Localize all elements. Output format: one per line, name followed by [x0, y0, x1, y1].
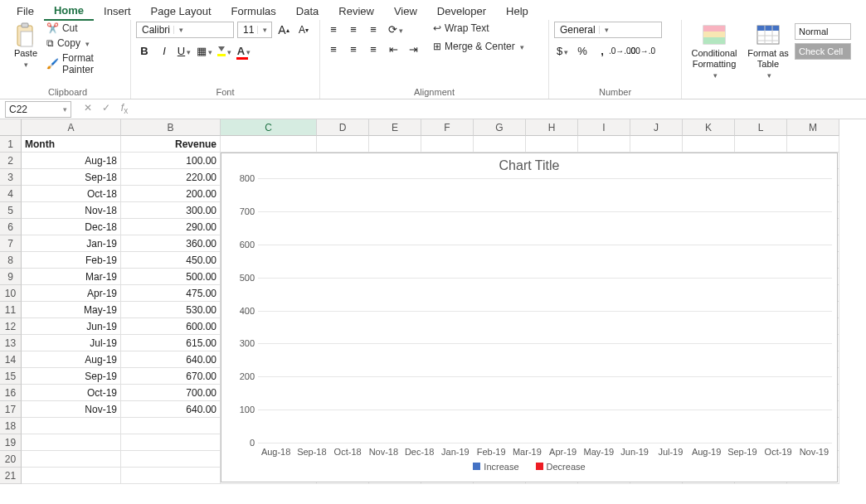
cell-L1[interactable]	[735, 136, 787, 153]
col-header-I[interactable]: I	[578, 119, 630, 136]
cell-A6[interactable]: Dec-18	[22, 219, 121, 235]
indent-icon[interactable]: ⇥	[405, 41, 421, 56]
conditional-formatting-button[interactable]: Conditional Formatting	[687, 22, 742, 81]
select-all-corner[interactable]	[0, 119, 22, 136]
row-header-11[interactable]: 11	[0, 302, 22, 318]
menu-review[interactable]: Review	[328, 2, 384, 20]
cut-button[interactable]: ✂️Cut	[45, 22, 125, 35]
format-painter-button[interactable]: 🖌️Format Painter	[45, 51, 125, 76]
cell-A11[interactable]: May-19	[22, 302, 121, 318]
font-color-icon[interactable]: A	[236, 43, 252, 58]
align-middle-icon[interactable]: ≡	[345, 22, 362, 36]
row-header-20[interactable]: 20	[0, 451, 22, 468]
align-center-icon[interactable]: ≡	[345, 41, 362, 56]
wrap-text-button[interactable]: ↩Wrap Text	[431, 22, 526, 35]
shrink-font-icon[interactable]: A▾	[295, 22, 312, 37]
row-header-7[interactable]: 7	[0, 235, 22, 252]
menu-home[interactable]: Home	[44, 2, 94, 21]
col-header-L[interactable]: L	[735, 119, 787, 136]
italic-icon[interactable]: I	[156, 43, 173, 58]
cell-A12[interactable]: Jun-19	[22, 318, 121, 335]
row-header-4[interactable]: 4	[0, 186, 22, 202]
row-header-10[interactable]: 10	[0, 285, 22, 302]
col-header-G[interactable]: G	[474, 119, 526, 136]
decrease-decimal-icon[interactable]: .00→.0	[634, 43, 650, 58]
row-header-18[interactable]: 18	[0, 418, 22, 434]
col-header-C[interactable]: C	[221, 119, 317, 136]
cell-A7[interactable]: Jan-19	[22, 235, 121, 252]
menu-help[interactable]: Help	[496, 2, 538, 20]
cell-M1[interactable]	[787, 136, 839, 153]
row-header-12[interactable]: 12	[0, 318, 22, 335]
enter-icon[interactable]: ✓	[100, 102, 113, 115]
cell-A17[interactable]: Nov-19	[22, 401, 121, 418]
col-header-J[interactable]: J	[630, 119, 683, 136]
cell-H1[interactable]	[526, 136, 578, 153]
cell-A8[interactable]: Feb-19	[22, 252, 121, 269]
cell-C1[interactable]	[221, 136, 317, 153]
cell-A21[interactable]	[22, 468, 121, 484]
cell-A3[interactable]: Sep-18	[22, 169, 121, 186]
orientation-icon[interactable]: ⟳	[385, 22, 406, 36]
row-header-1[interactable]: 1	[0, 136, 22, 153]
percent-icon[interactable]: %	[574, 43, 591, 58]
cell-A9[interactable]: Mar-19	[22, 269, 121, 285]
cell-E1[interactable]	[369, 136, 421, 153]
menu-view[interactable]: View	[384, 2, 427, 20]
col-header-F[interactable]: F	[421, 119, 474, 136]
cell-A14[interactable]: Aug-19	[22, 351, 121, 368]
cell-B21[interactable]	[121, 468, 221, 484]
style-check-cell[interactable]: Check Cell	[795, 43, 851, 60]
fx-icon[interactable]: fx	[118, 102, 131, 115]
cell-A1[interactable]: Month	[22, 136, 121, 153]
row-header-17[interactable]: 17	[0, 401, 22, 418]
row-header-5[interactable]: 5	[0, 202, 22, 219]
style-normal[interactable]: Normal	[795, 23, 851, 40]
align-bottom-icon[interactable]: ≡	[365, 22, 382, 36]
font-name-combo[interactable]: Calibri▾	[136, 22, 234, 38]
cell-A10[interactable]: Apr-19	[22, 285, 121, 302]
cell-B10[interactable]: 475.00	[121, 285, 221, 302]
row-header-21[interactable]: 21	[0, 468, 22, 484]
font-size-combo[interactable]: 11▾	[237, 22, 272, 38]
col-header-K[interactable]: K	[683, 119, 735, 136]
cell-B13[interactable]: 615.00	[121, 335, 221, 351]
cells[interactable]: MonthRevenueAug-18100.00Sep-18220.00Oct-…	[22, 136, 866, 504]
col-header-H[interactable]: H	[526, 119, 578, 136]
cell-B3[interactable]: 220.00	[121, 169, 221, 186]
cell-B6[interactable]: 290.00	[121, 219, 221, 235]
col-header-D[interactable]: D	[317, 119, 369, 136]
currency-icon[interactable]: $	[554, 43, 571, 58]
cell-K1[interactable]	[683, 136, 735, 153]
number-format-combo[interactable]: General▾	[554, 22, 662, 38]
cell-B19[interactable]	[121, 434, 221, 451]
paste-button[interactable]: Paste	[10, 22, 41, 70]
cell-A15[interactable]: Sep-19	[22, 368, 121, 385]
cell-G1[interactable]	[474, 136, 526, 153]
align-top-icon[interactable]: ≡	[325, 22, 342, 36]
row-header-19[interactable]: 19	[0, 434, 22, 451]
underline-icon[interactable]: U	[176, 43, 192, 58]
fill-color-icon[interactable]	[216, 43, 232, 58]
row-header-16[interactable]: 16	[0, 385, 22, 401]
cell-A4[interactable]: Oct-18	[22, 186, 121, 202]
col-header-M[interactable]: M	[787, 119, 839, 136]
cell-A13[interactable]: Jul-19	[22, 335, 121, 351]
border-icon[interactable]: ▦	[196, 43, 212, 58]
cell-A19[interactable]	[22, 434, 121, 451]
cell-F1[interactable]	[421, 136, 474, 153]
cell-B20[interactable]	[121, 451, 221, 468]
col-header-A[interactable]: A	[22, 119, 121, 136]
row-header-8[interactable]: 8	[0, 252, 22, 269]
cell-B2[interactable]: 100.00	[121, 153, 221, 169]
menu-formulas[interactable]: Formulas	[221, 2, 286, 20]
cell-A20[interactable]	[22, 451, 121, 468]
merge-center-button[interactable]: ⊞Merge & Center	[431, 40, 526, 53]
cell-B17[interactable]: 640.00	[121, 401, 221, 418]
cell-B11[interactable]: 530.00	[121, 302, 221, 318]
menu-data[interactable]: Data	[286, 2, 328, 20]
align-left-icon[interactable]: ≡	[325, 41, 342, 56]
cell-B9[interactable]: 500.00	[121, 269, 221, 285]
formula-input[interactable]	[136, 101, 866, 118]
cell-I1[interactable]	[578, 136, 630, 153]
